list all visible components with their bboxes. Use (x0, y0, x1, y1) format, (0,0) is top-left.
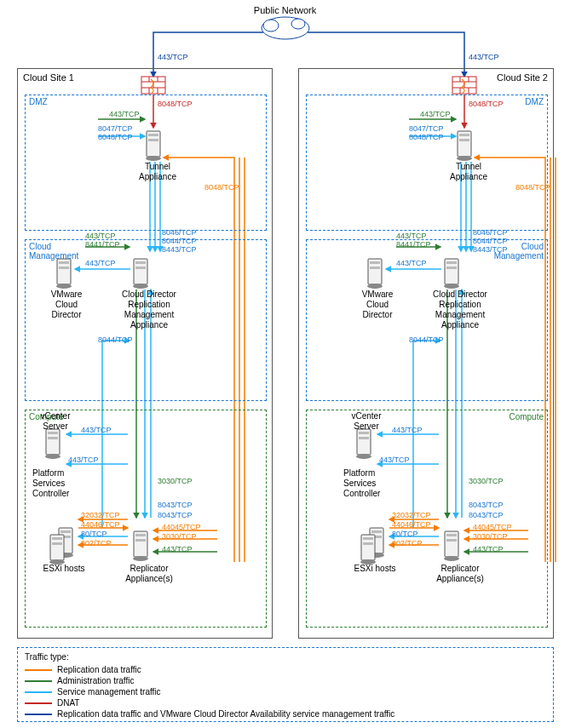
port-44045: 44045/TCP (162, 523, 201, 532)
port-443-public: 443/TCP (469, 53, 499, 62)
port-8048: 8048/TCP (409, 133, 444, 142)
port-8043-u: 8043/TCP (158, 511, 193, 520)
port-8048-repl: 8048/TCP (204, 183, 239, 192)
port-443-vcenter: 443/TCP (392, 426, 423, 435)
port-8044-down: 8044/TCP (409, 335, 444, 345)
legend-label: DNAT (57, 698, 79, 708)
legend-swatch (25, 702, 52, 704)
zone-compute-label: Compute (509, 412, 544, 421)
port-443-public: 443/TCP (158, 53, 188, 62)
port-443-vcd: 443/TCP (85, 259, 116, 268)
legend-swatch (25, 714, 52, 715)
legend-item: Service management traffic (25, 686, 546, 697)
legend-swatch (25, 691, 52, 693)
port-443-vcenter: 443/TCP (81, 426, 112, 435)
esxi-label: ESXi hosts (38, 564, 89, 574)
legend-label: Service management traffic (57, 687, 161, 696)
vcenter-label: vCenter Server (345, 411, 388, 432)
legend: Traffic type: Replication data traffic A… (17, 647, 554, 722)
legend-swatch (25, 669, 52, 671)
legend-swatch (25, 680, 52, 682)
vcenter-label: vCenter Server (34, 411, 77, 432)
legend-label: Administration traffic (57, 676, 134, 685)
legend-item: Replication data traffic (25, 664, 546, 675)
port-8044-down: 8044/TCP (98, 335, 133, 345)
legend-title: Traffic type: (25, 652, 546, 662)
port-8441: 8441/TCP (396, 240, 431, 249)
port-8048-dnat: 8048/TCP (469, 100, 504, 109)
replicator-label: Replicator Appliance(s) (430, 564, 490, 584)
cdrma-label: Cloud Director Replication Management Ap… (426, 289, 494, 330)
port-3030-repl: 3030/TCP (162, 532, 197, 542)
port-44045: 44045/TCP (473, 523, 512, 532)
legend-item: Replication data traffic and VMware Clou… (25, 708, 546, 719)
port-44046: 44046/TCP (392, 520, 431, 530)
vcd-label: VMware Cloud Director (354, 289, 401, 320)
port-3030-admin: 3030/TCP (469, 477, 504, 486)
port-44046: 44046/TCP (81, 520, 120, 530)
legend-label: Replication data traffic (57, 665, 141, 674)
port-8048-repl: 8048/TCP (515, 183, 550, 192)
port-443-psc: 443/TCP (68, 456, 99, 465)
port-32032: 32032/TCP (81, 511, 120, 520)
port-8043-d: 8043/TCP (158, 501, 193, 510)
zone-dmz-label: DMZ (29, 97, 48, 106)
svg-point-12 (262, 17, 309, 39)
tunnel-label: Tunnel Appliance (443, 162, 494, 182)
port-443-vcd: 443/TCP (396, 259, 427, 268)
public-network-title: Public Network (0, 5, 570, 15)
esxi-label: ESXi hosts (349, 564, 400, 574)
cloud-site-2: Cloud Site 2 DMZ Cloud Management Comput… (298, 68, 554, 639)
port-80: 80/TCP (81, 530, 107, 539)
tunnel-label: Tunnel Appliance (132, 162, 183, 182)
cloud-icon (262, 17, 309, 39)
port-443-admin-tunnel: 443/TCP (420, 110, 451, 119)
legend-label: Replication data traffic and VMware Clou… (57, 709, 394, 719)
site-2-title: Cloud Site 2 (497, 72, 548, 83)
port-8048-dnat: 8048/TCP (158, 100, 193, 109)
port-8443: 8443/TCP (162, 245, 197, 255)
port-8043-u: 8043/TCP (469, 511, 504, 520)
port-8443: 8443/TCP (473, 245, 508, 255)
port-902: 902/TCP (81, 539, 112, 548)
psc-label: Platform Services Controller (343, 468, 394, 499)
port-32032: 32032/TCP (392, 511, 431, 520)
port-443-admin-tunnel: 443/TCP (109, 110, 140, 119)
replicator-label: Replicator Appliance(s) (119, 564, 179, 584)
cloud-site-1: Cloud Site 1 DMZ Cloud Management Comput… (17, 68, 273, 639)
port-443-repl-admin: 443/TCP (162, 545, 193, 554)
port-902: 902/TCP (392, 539, 423, 548)
port-443-repl-admin: 443/TCP (473, 545, 504, 554)
psc-label: Platform Services Controller (32, 468, 83, 499)
port-8043-d: 8043/TCP (469, 501, 504, 510)
port-3030-repl: 3030/TCP (473, 532, 508, 542)
svg-point-14 (291, 19, 305, 29)
port-8048: 8048/TCP (98, 133, 133, 142)
zone-compute: Compute (25, 410, 267, 628)
zone-mgmt-label: Cloud Management (29, 242, 78, 261)
port-3030-admin: 3030/TCP (158, 477, 193, 486)
port-80: 80/TCP (392, 530, 418, 539)
cdrma-label: Cloud Director Replication Management Ap… (115, 289, 183, 330)
svg-point-13 (263, 20, 279, 32)
port-443-psc: 443/TCP (379, 456, 410, 465)
vcd-label: VMware Cloud Director (43, 289, 90, 320)
site-1-title: Cloud Site 1 (23, 72, 74, 83)
legend-item: Administration traffic (25, 675, 546, 686)
port-8441: 8441/TCP (85, 240, 120, 249)
zone-dmz-label: DMZ (525, 97, 544, 106)
legend-item: DNAT (25, 697, 546, 708)
